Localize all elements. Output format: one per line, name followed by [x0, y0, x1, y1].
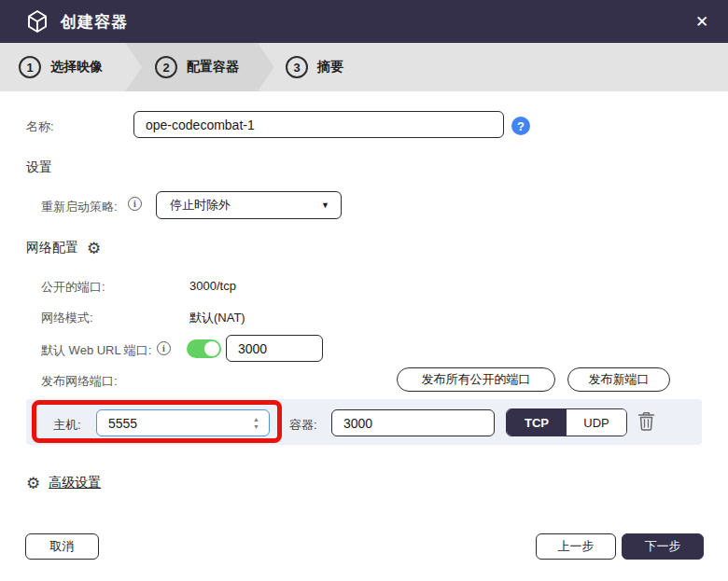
advanced-link-text: 高级设置: [49, 475, 101, 491]
exposed-ports-label: 公开的端口:: [41, 279, 105, 296]
weburl-port-input[interactable]: [226, 335, 323, 362]
port-mapping-row: 主机: ▲ ▼ 容器: TCP UDP: [26, 399, 702, 445]
network-gear-icon: ⚙: [87, 241, 101, 256]
trash-icon[interactable]: [637, 411, 655, 436]
weburl-toggle[interactable]: [187, 339, 221, 358]
network-header-text: 网络配置: [26, 240, 78, 256]
chevron-down-icon: ▼: [321, 201, 329, 210]
step-summary[interactable]: 3 摘要: [286, 43, 343, 91]
exposed-ports-value: 3000/tcp: [189, 279, 236, 293]
weburl-port-label: 默认 Web URL 端口:: [41, 342, 151, 359]
container-cube-icon: [26, 9, 49, 34]
step-3-label: 摘要: [317, 59, 343, 76]
publish-ports-label: 发布网络端口:: [41, 373, 118, 390]
advanced-gear-icon: ⚙: [26, 476, 40, 491]
help-icon[interactable]: ?: [511, 117, 530, 135]
network-mode-value: 默认(NAT): [189, 310, 245, 326]
name-input[interactable]: [133, 111, 504, 138]
restart-policy-info-icon[interactable]: i: [128, 197, 142, 211]
protocol-segmented-control: TCP UDP: [506, 408, 627, 436]
container-label: 容器:: [289, 417, 317, 434]
protocol-udp-button[interactable]: UDP: [567, 409, 626, 436]
step-select-image[interactable]: 1 选择映像: [19, 43, 103, 91]
protocol-tcp-button[interactable]: TCP: [507, 409, 567, 436]
restart-policy-value: 停止时除外: [170, 197, 321, 214]
cancel-button[interactable]: 取消: [25, 533, 99, 560]
host-port-stepper[interactable]: ▲ ▼: [253, 416, 259, 430]
restart-policy-label: 重新启动策略:: [41, 199, 118, 215]
container-port-input[interactable]: [331, 409, 495, 436]
step-1-label: 选择映像: [50, 59, 103, 76]
wizard-stepper: 1 选择映像 2 配置容器 3 摘要: [0, 43, 728, 91]
settings-section-header: 设置: [26, 159, 52, 176]
publish-new-port-button[interactable]: 发布新端口: [567, 367, 670, 392]
advanced-settings-link[interactable]: ⚙ 高级设置: [26, 475, 101, 491]
host-label: 主机:: [53, 417, 81, 434]
stepper-up-icon[interactable]: ▲: [253, 416, 259, 423]
title-bar: 创建容器 ✕: [0, 0, 728, 43]
step-3-number: 3: [286, 56, 308, 78]
network-section-header: 网络配置 ⚙: [26, 240, 101, 256]
create-container-dialog: 创建容器 ✕ 1 选择映像 2 配置容器 3 摘要 名称: ? 设置 重新启动策…: [0, 0, 728, 581]
dialog-title: 创建容器: [61, 11, 128, 33]
step-2-number: 2: [155, 56, 177, 78]
host-port-input[interactable]: [97, 416, 253, 431]
stepper-down-icon[interactable]: ▼: [253, 423, 259, 431]
step-2-label: 配置容器: [187, 59, 239, 76]
network-mode-label: 网络模式:: [41, 310, 93, 326]
step-configure-container[interactable]: 2 配置容器: [155, 43, 239, 91]
restart-policy-dropdown[interactable]: 停止时除外 ▼: [156, 191, 342, 219]
weburl-info-icon[interactable]: i: [157, 341, 171, 355]
name-label: 名称:: [26, 118, 54, 135]
previous-step-button[interactable]: 上一步: [536, 533, 616, 560]
close-icon[interactable]: ✕: [687, 0, 717, 43]
publish-all-ports-button[interactable]: 发布所有公开的端口: [397, 367, 555, 392]
step-1-number: 1: [19, 56, 41, 78]
host-port-field: ▲ ▼: [96, 409, 270, 436]
next-step-button[interactable]: 下一步: [622, 533, 704, 560]
toggle-knob: [204, 341, 219, 356]
